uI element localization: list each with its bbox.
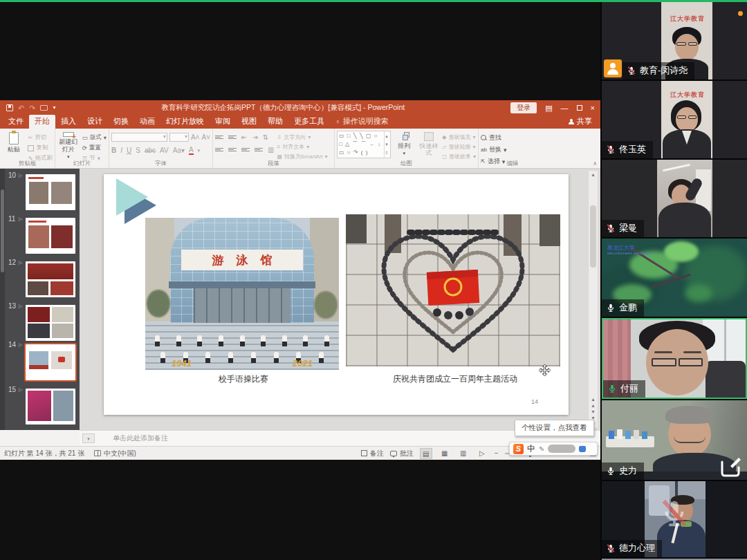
participant-tile-3[interactable]: 梁曼: [602, 160, 747, 237]
char-spacing-button[interactable]: AV: [160, 147, 169, 154]
collapse-ribbon-icon[interactable]: ∧: [593, 160, 597, 167]
align-center-icon[interactable]: [228, 148, 237, 151]
change-case-button[interactable]: Aa▾: [173, 147, 185, 154]
redo-icon[interactable]: ↷: [29, 104, 35, 112]
underline-button[interactable]: U: [127, 147, 131, 154]
input-method-bar[interactable]: S 中 ✎: [509, 442, 598, 456]
arrange-button[interactable]: 排列▾: [394, 131, 415, 160]
slide-14[interactable]: 游泳馆 1941 2021: [104, 174, 569, 415]
undo-icon[interactable]: ↶: [18, 104, 24, 112]
thumbnail-slide-11[interactable]: [26, 218, 75, 254]
zoom-out-icon[interactable]: −: [495, 449, 499, 457]
notes-toggle[interactable]: 备注: [361, 449, 384, 458]
login-button[interactable]: 登录: [510, 102, 537, 113]
find-button[interactable]: 查找: [481, 133, 544, 142]
thumbnail-scrollbar[interactable]: [0, 169, 5, 430]
strikethrough-button[interactable]: abc: [145, 147, 156, 154]
copy-button[interactable]: 复制: [28, 144, 53, 152]
layout-button[interactable]: ▭ 版式 ▾: [82, 133, 107, 142]
scrollbar-thumb[interactable]: [590, 205, 596, 268]
save-icon[interactable]: [6, 104, 13, 111]
previous-slide-button[interactable]: ▴▴: [589, 396, 598, 409]
participant-tile-6[interactable]: 史力: [602, 400, 747, 480]
tab-transitions[interactable]: 切换: [108, 115, 134, 129]
qat-dropdown-icon[interactable]: ▾: [53, 105, 55, 111]
tab-review[interactable]: 审阅: [210, 115, 236, 129]
new-slide-button[interactable]: 新建幻灯片▾: [57, 131, 80, 160]
tab-file[interactable]: 文件: [3, 115, 29, 129]
participant-tile-5-active-speaker[interactable]: 付丽: [602, 318, 747, 399]
participant-tile-1[interactable]: 江大学教育 教育-闵诗尧: [602, 2, 747, 80]
slideshow-icon[interactable]: [40, 105, 48, 111]
slide-editing-area[interactable]: 游泳馆 1941 2021: [80, 169, 600, 430]
participant-tile-2[interactable]: 江大学教育 佟玉英: [602, 81, 747, 158]
justify-icon[interactable]: [255, 148, 263, 151]
align-left-icon[interactable]: [215, 148, 223, 151]
ime-skin-icon[interactable]: [579, 446, 586, 452]
shrink-font-icon[interactable]: A˅: [201, 133, 210, 141]
ime-language-toggle[interactable]: 中: [527, 443, 535, 455]
thumbnail-slide-14-selected[interactable]: [26, 344, 75, 380]
tab-view[interactable]: 视图: [236, 115, 262, 129]
align-right-icon[interactable]: [241, 148, 250, 151]
replace-button[interactable]: ab替换 ▾: [481, 145, 544, 154]
restore-button[interactable]: [577, 105, 582, 111]
notes-collapse-icon[interactable]: ▾: [82, 433, 95, 443]
paste-button[interactable]: 粘贴: [2, 131, 25, 160]
bold-button[interactable]: B: [111, 147, 116, 154]
close-button[interactable]: ×: [591, 104, 595, 112]
comments-toggle[interactable]: 批注: [390, 449, 414, 458]
thumbnail-slide-13[interactable]: [26, 305, 75, 341]
spellcheck-icon[interactable]: [94, 450, 101, 456]
text-direction-button[interactable]: ⇳ 文字方向 ▾: [277, 133, 327, 141]
shape-gallery-scroll[interactable]: ▲▼≡: [384, 131, 390, 158]
bullets-icon[interactable]: [215, 136, 223, 139]
font-name-select[interactable]: [111, 133, 167, 142]
participant-tile-4[interactable]: 黑龙江大学HEILONGJIANG UNIVERSITY 金鹏: [602, 239, 747, 317]
share-button[interactable]: 共享: [569, 116, 600, 129]
tab-design[interactable]: 设计: [82, 115, 108, 129]
tab-more-tools[interactable]: 更多工具: [288, 115, 330, 129]
font-size-select[interactable]: [169, 133, 189, 142]
minimize-button[interactable]: —: [561, 104, 569, 112]
tell-me-search[interactable]: ♀操作说明搜索: [335, 116, 389, 129]
tab-home[interactable]: 开始: [29, 115, 55, 129]
grow-font-icon[interactable]: A˄: [191, 133, 200, 141]
shadow-button[interactable]: S: [136, 147, 140, 154]
ribbon-options-icon[interactable]: ▤: [545, 104, 552, 112]
shape-outline-button[interactable]: ▱ 形状轮廓 ▾: [442, 143, 476, 151]
line-spacing-icon[interactable]: ⇅: [263, 133, 268, 141]
photo-youth-league-heart[interactable]: [346, 214, 560, 366]
align-text-button[interactable]: ≡ 对齐文本 ▾: [277, 143, 327, 151]
tab-insert[interactable]: 插入: [55, 115, 82, 129]
quick-styles-button[interactable]: 快速样式: [418, 131, 439, 160]
thumbnail-slide-15[interactable]: [26, 389, 75, 424]
scroll-up-icon[interactable]: ▴: [589, 171, 598, 178]
reading-view-button[interactable]: ▥: [457, 448, 470, 459]
annotation-pen-icon[interactable]: [718, 455, 741, 478]
font-color-button[interactable]: A: [189, 146, 194, 155]
ime-pen-icon[interactable]: ✎: [539, 445, 544, 453]
language-indicator[interactable]: 中文(中国): [104, 449, 136, 458]
slide-thumbnail-panel[interactable]: 10 ▷ 11 ▷ 12 ▷: [0, 169, 80, 430]
participant-tile-7[interactable]: 德力心理: [602, 481, 747, 557]
sogou-logo-icon[interactable]: S: [513, 444, 524, 454]
tab-help[interactable]: 帮助: [262, 115, 288, 129]
increase-indent-icon[interactable]: ⇥: [252, 133, 257, 141]
thumbnail-slide-12[interactable]: [26, 261, 75, 297]
italic-button[interactable]: I: [120, 147, 122, 154]
normal-view-button[interactable]: ▤: [420, 448, 432, 459]
columns-icon[interactable]: ▥: [268, 146, 274, 153]
reset-button[interactable]: ⟳ 重置: [82, 144, 107, 152]
numbering-icon[interactable]: [228, 136, 237, 139]
decrease-indent-icon[interactable]: ⇤: [241, 133, 247, 141]
tab-animations[interactable]: 动画: [134, 115, 160, 129]
ime-skin-area[interactable]: [548, 445, 575, 453]
shape-gallery[interactable]: ▭ □ ╲ ╲ ▢ ○ □ △ ⌒ ⌒ ← ↓ ▭ ○ ↷ ( ) ▲▼≡: [337, 131, 391, 158]
slideshow-view-button[interactable]: ▷: [476, 448, 488, 459]
vertical-scrollbar[interactable]: ▴ ▴▴ ▾▾ ▾: [588, 170, 598, 429]
thumbnail-slide-10[interactable]: [26, 174, 75, 210]
slide-sorter-view-button[interactable]: ▦: [439, 448, 451, 459]
shape-fill-button[interactable]: ◆ 形状填充 ▾: [442, 133, 476, 141]
tab-slideshow[interactable]: 幻灯片放映: [160, 115, 210, 129]
